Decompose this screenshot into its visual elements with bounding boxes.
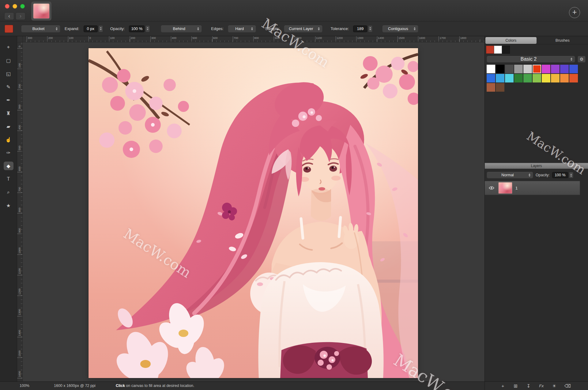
palette-swatch[interactable] bbox=[523, 65, 532, 73]
current-color-swatch[interactable] bbox=[486, 46, 494, 54]
layer-opacity-input[interactable]: 100 % bbox=[552, 172, 568, 178]
palette-swatch[interactable] bbox=[496, 65, 504, 73]
sample-dropdown[interactable]: Current Layer bbox=[284, 25, 322, 32]
palette-swatch[interactable] bbox=[496, 74, 504, 82]
export-layer-icon[interactable]: ↧ bbox=[526, 383, 531, 389]
zoom-tool[interactable]: ⌕ bbox=[4, 188, 13, 197]
ruler-left-tick bbox=[17, 172, 22, 172]
expand-stepper[interactable] bbox=[99, 25, 103, 32]
minimize-window-button[interactable] bbox=[13, 4, 17, 9]
pen-tool[interactable]: ✑ bbox=[4, 148, 13, 157]
tolerance-stepper[interactable] bbox=[368, 25, 372, 32]
bucket-tool-dropdown[interactable]: Bucket bbox=[21, 25, 60, 32]
palette-swatch[interactable] bbox=[551, 74, 560, 82]
eyedropper-tool[interactable]: ✎ bbox=[4, 82, 13, 91]
gear-icon[interactable]: ⚙ bbox=[578, 56, 586, 63]
ruler-left-label: 100 bbox=[18, 63, 21, 68]
document-tab[interactable] bbox=[31, 2, 51, 21]
ruler-top-label: 700 bbox=[233, 36, 238, 42]
move-tool[interactable]: ⌖ bbox=[4, 43, 13, 52]
shapes-tool[interactable]: ★ bbox=[4, 201, 13, 210]
palette-swatch[interactable] bbox=[569, 65, 578, 73]
opacity-stepper[interactable] bbox=[145, 25, 150, 32]
ruler-left-tick bbox=[17, 193, 22, 193]
close-window-button[interactable] bbox=[5, 4, 9, 9]
marquee-selection-tool[interactable]: ▢ bbox=[4, 56, 13, 65]
palette-swatch[interactable] bbox=[560, 74, 569, 82]
clone-stamp-tool[interactable]: ♜ bbox=[4, 109, 13, 117]
delete-layer-icon[interactable]: ⌫ bbox=[564, 383, 571, 389]
palette-swatch[interactable] bbox=[496, 83, 504, 92]
status-hint-rest: on canvas to fill area at desired locati… bbox=[125, 384, 194, 388]
eraser-tool[interactable]: ▰ bbox=[4, 122, 13, 131]
current-color-swatch[interactable] bbox=[494, 46, 502, 54]
ruler-top-label: 900 bbox=[274, 36, 279, 42]
edges-dropdown-label: Hard bbox=[228, 26, 250, 31]
brush-tool[interactable]: ✒ bbox=[4, 96, 13, 104]
layers-blend-row: Normal Opacity: 100 % bbox=[487, 171, 586, 179]
expand-field: 0 px bbox=[84, 25, 103, 32]
palette-swatch[interactable] bbox=[533, 74, 541, 82]
contiguous-dropdown[interactable]: Contiguous bbox=[382, 25, 418, 32]
palette-swatch[interactable] bbox=[505, 74, 514, 82]
canvas-area: 3002001000100200300400500600700800900100… bbox=[17, 36, 484, 381]
layer-blend-mode-dropdown[interactable]: Normal bbox=[487, 172, 533, 178]
palette-swatch[interactable] bbox=[542, 74, 550, 82]
ruler-top-label: 100 bbox=[68, 36, 74, 42]
ruler-left-tick bbox=[17, 110, 22, 110]
fill-bucket-tool[interactable]: ◆ bbox=[4, 162, 13, 170]
forward-button[interactable]: › bbox=[16, 12, 25, 20]
palette-swatch[interactable] bbox=[487, 65, 495, 73]
crop-tool[interactable]: ◱ bbox=[4, 69, 13, 78]
edges-dropdown[interactable]: Hard bbox=[228, 25, 256, 32]
palette-swatch[interactable] bbox=[569, 74, 578, 82]
ruler-top-label: 400 bbox=[171, 36, 176, 42]
tolerance-input[interactable]: 189 bbox=[353, 25, 367, 32]
ruler-left-label: 200 bbox=[18, 84, 21, 88]
current-color-swatch[interactable] bbox=[502, 46, 510, 54]
status-hint-action: Click bbox=[116, 384, 125, 388]
palette-swatch[interactable] bbox=[523, 74, 532, 82]
ruler-left-tick bbox=[17, 337, 22, 337]
canvas-artwork[interactable] bbox=[89, 48, 418, 378]
back-button[interactable]: ‹ bbox=[4, 12, 14, 20]
layer-opacity-stepper[interactable] bbox=[569, 172, 573, 178]
effects-icon[interactable]: Fx bbox=[539, 384, 544, 388]
add-layer-icon[interactable]: + bbox=[500, 383, 506, 388]
tab-brushes[interactable]: Brushes bbox=[537, 37, 588, 44]
fill-color-swatch[interactable] bbox=[5, 25, 13, 33]
palette-swatch[interactable] bbox=[551, 65, 560, 73]
ruler-left: 0100200300400500600700800900100011001200… bbox=[17, 42, 23, 381]
ruler-top-label: 100 bbox=[109, 36, 115, 42]
layer-row[interactable]: 1 bbox=[485, 181, 580, 195]
right-panel: Colors Brushes Basic 2 ⚙ Layers Normal O… bbox=[484, 36, 588, 381]
type-tool[interactable]: T bbox=[4, 175, 13, 183]
blend-mode-dropdown[interactable]: Behind bbox=[161, 25, 202, 32]
palette-dropdown[interactable]: Basic 2 bbox=[487, 56, 575, 63]
layer-actions: +⊞↧Fx☀⌫ bbox=[484, 382, 588, 390]
ruler-left-label: 1500 bbox=[18, 350, 21, 357]
expand-input[interactable]: 0 px bbox=[84, 25, 98, 32]
tab-colors[interactable]: Colors bbox=[485, 37, 537, 44]
opacity-input[interactable]: 100 % bbox=[129, 25, 145, 32]
ruler-left-label: 500 bbox=[18, 146, 21, 150]
palette-swatch[interactable] bbox=[514, 65, 523, 73]
palette-swatch[interactable] bbox=[505, 65, 514, 73]
new-document-button[interactable]: + bbox=[569, 7, 580, 18]
palette-swatch[interactable] bbox=[560, 65, 569, 73]
ruler-left-label: 1100 bbox=[18, 268, 21, 274]
chevron-updown-icon bbox=[527, 172, 532, 178]
palette-swatch[interactable] bbox=[487, 74, 495, 82]
palette-swatch[interactable] bbox=[514, 74, 523, 82]
tool-options-bar: Bucket Expand: 0 px Opacity: 100 % Behin… bbox=[0, 21, 588, 36]
add-group-icon[interactable]: ⊞ bbox=[513, 383, 518, 389]
adjustments-icon[interactable]: ☀ bbox=[552, 383, 557, 389]
titlebar: ‹ › + bbox=[0, 0, 588, 21]
palette-swatch[interactable] bbox=[487, 83, 495, 92]
palette-swatch[interactable] bbox=[542, 65, 550, 73]
status-hint: Click on canvas to fill area at desired … bbox=[116, 384, 194, 388]
layer-visibility-eye-icon[interactable] bbox=[488, 186, 495, 190]
zoom-window-button[interactable] bbox=[20, 4, 25, 9]
smudge-tool[interactable]: ☝ bbox=[4, 135, 13, 144]
palette-swatch[interactable] bbox=[533, 65, 541, 73]
